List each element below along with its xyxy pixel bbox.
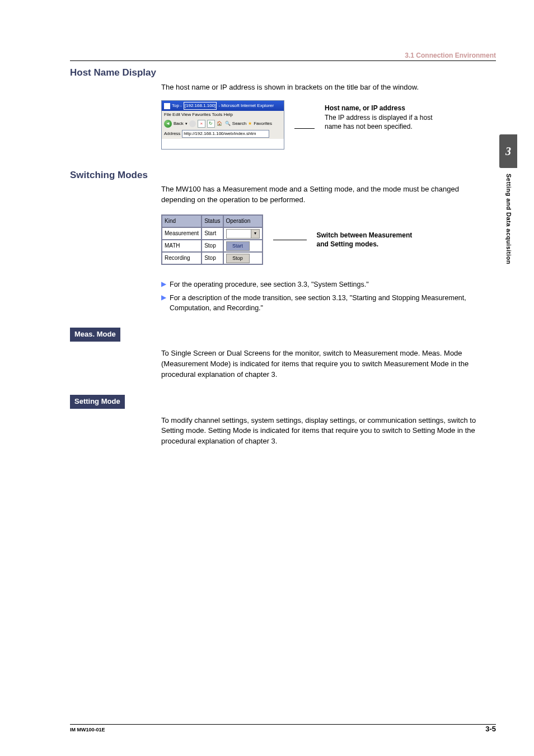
switch-callout-l2: and Setting modes. (317, 240, 413, 249)
chapter-tab: 3 Setting and Data acquisition (499, 134, 517, 264)
refresh-icon: ↻ (207, 120, 215, 128)
mode-table: Kind Status Operation Measurement Start … (161, 214, 263, 265)
chapter-label: Setting and Data acquisition (504, 174, 513, 264)
cell-status: Start (202, 227, 223, 240)
cell-kind: Recording (162, 252, 202, 264)
ie-body-area (162, 139, 284, 149)
host-intro-text: The host name or IP address is shown in … (161, 82, 492, 93)
ie-titlebar: Top - [192.168.1.100] - Microsoft Intern… (162, 101, 284, 111)
address-label: Address (164, 130, 180, 137)
reference-text: For a description of the mode transition… (170, 293, 495, 313)
reference-text: For the operating procedure, see section… (170, 279, 369, 290)
ie-address-bar: Address (162, 129, 284, 139)
label-setting-mode: Setting Mode (70, 395, 125, 409)
chevron-down-icon: ▾ (251, 230, 259, 238)
back-icon: ◄ (164, 120, 172, 128)
callout-title: Host name, or IP address (325, 104, 433, 113)
switching-intro-text: The MW100 has a Measurement mode and a S… (161, 184, 492, 206)
favorites-icon: ★ (248, 120, 252, 127)
chapter-number: 3 (499, 134, 517, 168)
th-kind: Kind (162, 215, 202, 227)
footer-page-number: 3-5 (485, 724, 496, 735)
callout-connector (273, 240, 307, 240)
cell-kind: Measurement (162, 227, 202, 240)
cell-op: ▾ (223, 227, 263, 240)
stop-button[interactable]: Stop (226, 254, 250, 263)
favorites-label: Favorites (254, 120, 272, 127)
stop-icon: × (198, 120, 205, 128)
heading-host-name-display: Host Name Display (70, 66, 495, 80)
meas-mode-text: To Single Screen or Dual Screens for the… (161, 348, 492, 380)
cell-status: Stop (202, 240, 223, 252)
ie-title-suffix: - Microsoft Internet Explorer (218, 102, 274, 109)
setting-mode-text: To modify channel settings, system setti… (161, 416, 492, 447)
table-row: Recording Stop Stop (162, 252, 263, 264)
forward-icon (189, 120, 196, 127)
bottom-rule (70, 724, 496, 725)
table-row: Measurement Start ▾ (162, 227, 263, 240)
heading-switching-modes: Switching Modes (70, 169, 495, 183)
home-icon: 🏠 (217, 120, 223, 127)
callout-connector (294, 128, 315, 129)
switch-callout: Switch between Measurement and Setting m… (317, 231, 413, 249)
address-input[interactable] (182, 130, 269, 138)
ie-title-ip: [192.168.1.100] (184, 102, 217, 110)
page-icon (164, 103, 170, 109)
start-button[interactable]: Start (226, 241, 250, 251)
top-rule (70, 60, 496, 61)
cell-status: Stop (202, 252, 223, 264)
th-status: Status (202, 215, 223, 227)
callout-line1: The IP address is displayed if a host (325, 113, 433, 122)
search-icon: 🔍 (225, 120, 231, 127)
cell-kind: MATH (162, 240, 202, 252)
reference-item: ▶ For a description of the mode transiti… (161, 293, 495, 313)
footer-doc-id: IM MW100-01E (70, 726, 105, 734)
search-label: Search (232, 120, 246, 127)
th-operation: Operation (223, 215, 263, 227)
reference-item: ▶ For the operating procedure, see secti… (161, 279, 495, 290)
table-row: MATH Stop Start (162, 240, 263, 252)
host-callout: Host name, or IP address The IP address … (325, 104, 433, 131)
ie-title-prefix: Top - (172, 102, 182, 109)
back-label: Back (174, 120, 184, 127)
switch-callout-l1: Switch between Measurement (317, 231, 413, 240)
ie-window-screenshot: Top - [192.168.1.100] - Microsoft Intern… (161, 100, 284, 149)
ie-toolbar: ◄ Back ▾ × ↻ 🏠 🔍 Search ★ Favorites (162, 119, 284, 129)
section-header: 3.1 Connection Environment (405, 51, 496, 60)
ie-menubar: File Edit View Favorites Tools Help (162, 111, 284, 119)
operation-dropdown[interactable]: ▾ (226, 229, 260, 239)
callout-line2: name has not been specified. (325, 122, 433, 131)
cell-op: Stop (223, 252, 263, 264)
label-meas-mode: Meas. Mode (70, 328, 120, 342)
triangle-icon: ▶ (161, 279, 166, 289)
triangle-icon: ▶ (161, 293, 166, 302)
cell-op: Start (223, 240, 263, 252)
